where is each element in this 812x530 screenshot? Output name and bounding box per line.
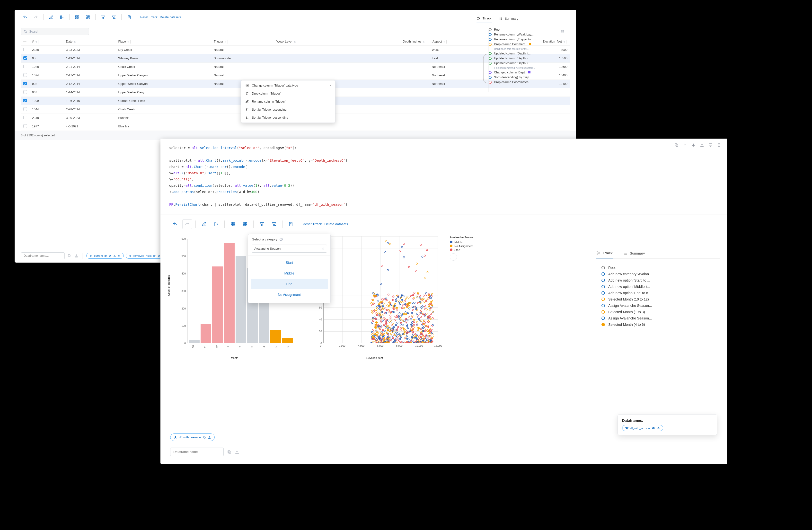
- notes-button-2[interactable]: [286, 219, 295, 229]
- provenance-node[interactable]: Sort (descending) by 'Dep...: [489, 75, 571, 80]
- provenance-node[interactable]: Assign Avalanche Season...: [601, 302, 720, 309]
- provenance-node[interactable]: Updated column 'Depth_i...: [489, 61, 571, 66]
- popup-option[interactable]: No Assignment: [251, 289, 328, 300]
- row-checkbox[interactable]: [23, 116, 27, 119]
- popup-option[interactable]: End: [251, 278, 328, 289]
- ctx-sort-desc[interactable]: Sort by Trigger descending: [241, 114, 335, 121]
- legend-item[interactable]: Middle: [450, 240, 474, 244]
- provenance-node[interactable]: Selected Month (10 to 12): [601, 296, 720, 302]
- dataframe-name-input-2[interactable]: [170, 448, 224, 456]
- provenance-node[interactable]: Updated column 'Depth_i...: [489, 56, 571, 61]
- column-remove-button-2[interactable]: [211, 219, 221, 229]
- provenance-node[interactable]: Drop column Coordinates: [489, 80, 571, 85]
- ctx-change-type[interactable]: Change column 'Trigger' data type ›: [241, 82, 335, 89]
- df-chip-footer[interactable]: df_with_season: [170, 433, 215, 441]
- edit-button-2[interactable]: [199, 219, 209, 229]
- insert-icon[interactable]: [74, 254, 78, 258]
- provenance-node[interactable]: Changed column 'Dept...: [489, 70, 571, 75]
- row-checkbox[interactable]: [23, 99, 27, 102]
- reset-trrack-link[interactable]: Reset Trrack: [140, 16, 158, 19]
- row-checkbox[interactable]: [23, 90, 27, 94]
- tab-summary[interactable]: Summary: [498, 14, 519, 23]
- bar[interactable]: [189, 340, 200, 343]
- provenance-node[interactable]: Assign Avalanche Season...: [601, 315, 720, 321]
- filter-button-2[interactable]: [257, 219, 267, 229]
- dataframe-name-input[interactable]: [21, 252, 65, 259]
- provenance-node[interactable]: Drop column Comment...: [489, 42, 571, 47]
- provenance-node[interactable]: Selected Month (4 to 6): [601, 321, 720, 328]
- bar-chart[interactable]: Count of Records 0100200300400500600 101…: [170, 234, 299, 358]
- row-checkbox[interactable]: [23, 82, 27, 85]
- bar[interactable]: [259, 299, 270, 343]
- ctx-sort-asc[interactable]: Sort by Trigger ascending: [241, 105, 335, 114]
- grid-deselect-button[interactable]: [84, 13, 92, 22]
- provenance-node[interactable]: Add new option 'End' to c...: [601, 290, 720, 296]
- grid-select-button[interactable]: [73, 13, 81, 22]
- row-checkbox[interactable]: [23, 48, 27, 51]
- row-checkbox[interactable]: [23, 65, 27, 68]
- provenance-node[interactable]: Selected Month (1 to 3): [601, 309, 720, 315]
- undo-button-2[interactable]: [170, 219, 180, 229]
- copy-cell-icon[interactable]: [675, 143, 679, 147]
- move-down-icon[interactable]: [692, 143, 696, 147]
- provenance-node[interactable]: Add new option 'Start' to ...: [601, 277, 720, 284]
- delete-datasets-2[interactable]: Delete datasets: [324, 222, 348, 226]
- redo-button-2[interactable]: [182, 219, 192, 229]
- ctx-drop-column[interactable]: Drop column 'Trigger': [241, 89, 335, 98]
- row-checkbox[interactable]: [23, 107, 27, 111]
- copy-icon-2[interactable]: [227, 450, 231, 454]
- redo-button[interactable]: [32, 13, 40, 22]
- bar[interactable]: [212, 267, 223, 343]
- provenance-node[interactable]: Rename column ;Trigger to...: [489, 37, 571, 42]
- provenance-node[interactable]: Add new option 'Middle' t...: [601, 284, 720, 290]
- provenance-node[interactable]: Rename column ;Weak Lay...: [489, 32, 571, 37]
- df-chip-card[interactable]: df_with_season: [622, 425, 663, 431]
- row-checkbox[interactable]: [23, 124, 27, 128]
- code-cell[interactable]: selector = alt.selection_interval("selec…: [160, 139, 727, 214]
- popup-category-chip[interactable]: Avalanche Season ✕: [252, 245, 327, 253]
- provenance-node[interactable]: Root: [601, 264, 720, 271]
- delete-datasets-link[interactable]: Delete datasets: [160, 16, 181, 19]
- grid-select-2[interactable]: [228, 219, 238, 229]
- tab2-summary[interactable]: Summary: [623, 248, 646, 258]
- bar[interactable]: [201, 324, 211, 343]
- row-checkbox[interactable]: [23, 73, 27, 77]
- grid-deselect-2[interactable]: [240, 219, 250, 229]
- provenance-node[interactable]: Add new category 'Avalan...: [601, 271, 720, 277]
- move-up-icon[interactable]: [683, 143, 687, 147]
- tab-trrack[interactable]: Trrack: [477, 14, 492, 23]
- tab2-trrack[interactable]: Trrack: [596, 248, 613, 258]
- filter-button[interactable]: [99, 13, 107, 22]
- delete-cell-icon[interactable]: [717, 143, 721, 147]
- popup-option[interactable]: Middle: [251, 268, 328, 278]
- svg-point-599: [420, 316, 421, 317]
- edit-button[interactable]: [47, 13, 55, 22]
- filter-add-button-2[interactable]: [269, 219, 279, 229]
- popup-option[interactable]: Start: [251, 257, 328, 268]
- presentation-icon[interactable]: [708, 143, 713, 147]
- provenance-node[interactable]: Updated column 'Depth_i...: [489, 51, 571, 56]
- select-all-header[interactable]: —: [21, 38, 30, 45]
- bar[interactable]: [282, 338, 293, 343]
- bar[interactable]: [235, 256, 246, 343]
- legend-more-button[interactable]: ⋯: [450, 253, 457, 261]
- search-input[interactable]: Search: [21, 28, 89, 35]
- insert-icon-2[interactable]: [235, 450, 239, 454]
- row-checkbox[interactable]: [23, 56, 27, 60]
- bar[interactable]: [270, 330, 281, 343]
- help-icon[interactable]: [279, 238, 283, 241]
- df-chip[interactable]: current_df: [86, 253, 124, 259]
- ctx-rename-column[interactable]: Rename column 'Trigger': [241, 98, 335, 105]
- bar[interactable]: [224, 243, 235, 343]
- provenance-node[interactable]: Root: [489, 27, 571, 32]
- undo-button[interactable]: [21, 13, 29, 22]
- insert-below-icon[interactable]: [700, 143, 704, 147]
- legend-item[interactable]: Start: [450, 248, 474, 252]
- legend-item[interactable]: No Assignment: [450, 244, 474, 248]
- notes-button[interactable]: [125, 13, 133, 22]
- column-remove-button[interactable]: [58, 13, 66, 22]
- filter-add-button[interactable]: [110, 13, 118, 22]
- close-icon[interactable]: ✕: [322, 247, 324, 250]
- copy-icon[interactable]: [68, 254, 71, 258]
- reset-trrack-2[interactable]: Reset Trrack: [303, 222, 322, 226]
